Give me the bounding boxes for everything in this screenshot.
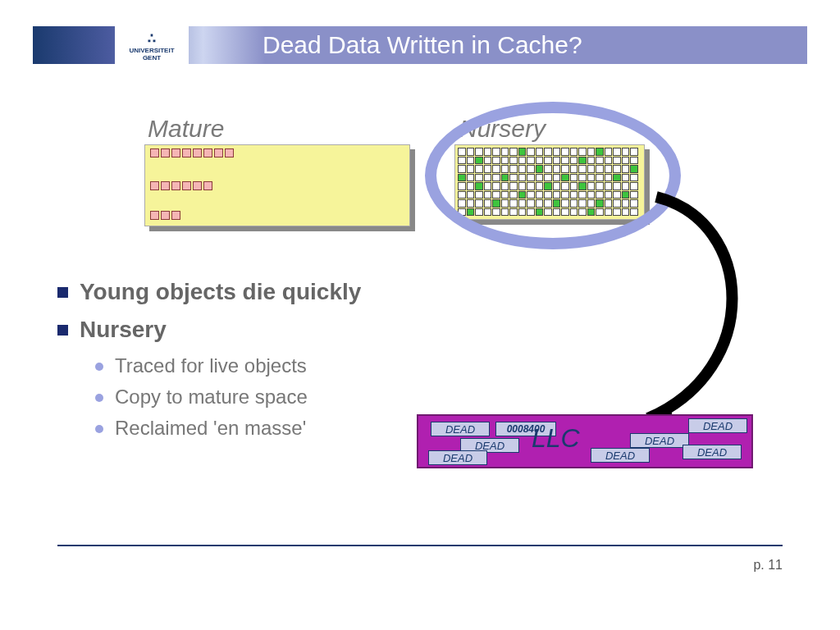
mature-cell [161,148,170,158]
slide-title: Dead Data Written in Cache? [262,31,582,59]
mature-cell [182,148,191,158]
logo-text-1: UNIVERSITEIT [129,47,174,54]
dead-chip: DEAD [428,450,487,465]
mature-cell [171,211,180,220]
square-bullet-icon [57,287,68,298]
mature-cell [203,148,212,158]
bullet-text: Reclaimed 'en masse' [115,417,306,440]
bullet-level-2: Copy to mature space [95,386,484,409]
mature-cell [171,181,180,190]
footer-line [57,545,783,546]
dead-chip: DEAD [688,418,747,433]
bullet-level-1: Young objects die quickly [57,279,484,305]
mature-cell [214,148,223,158]
dead-chip: DEAD [591,448,650,463]
nursery-highlight-oval [425,102,681,249]
mature-cell [203,181,212,190]
mature-row-3 [150,211,180,220]
llc-label: LLC [532,423,580,454]
mature-cell [182,181,191,190]
bullet-text: Copy to mature space [115,386,308,409]
mature-cell [150,181,159,190]
mature-memory-box [144,144,410,226]
circle-bullet-icon [95,363,103,371]
mature-cell [150,211,159,220]
dead-chip: DEAD [682,445,742,459]
mature-cell [225,148,234,158]
dead-chip: DEAD [431,422,490,436]
bullet-level-2: Traced for live objects [95,354,484,377]
bullet-level-1: Nursery [57,317,484,343]
dead-chip: DEAD [630,433,689,448]
logo-icon: ⛬ [144,30,159,47]
university-logo: ⛬ UNIVERSITEIT GENT [115,21,189,69]
mature-label: Mature [148,115,224,143]
bullet-text: Traced for live objects [115,354,307,377]
mature-cell [193,181,202,190]
mature-cell [161,211,170,220]
bullet-text: Young objects die quickly [80,279,361,305]
mature-row-1 [150,148,234,158]
circle-bullet-icon [95,425,103,433]
header-bar: ⛬ UNIVERSITEIT GENT Dead Data Written in… [33,26,807,64]
mature-cell [193,148,202,158]
page-number: p. 11 [753,558,783,573]
mature-cell [150,148,159,158]
bullet-text: Nursery [80,317,167,343]
mature-cell [171,148,180,158]
circle-bullet-icon [95,394,103,402]
mature-row-2 [150,181,212,190]
square-bullet-icon [57,325,68,336]
mature-cell [161,181,170,190]
logo-text-2: GENT [143,54,161,62]
